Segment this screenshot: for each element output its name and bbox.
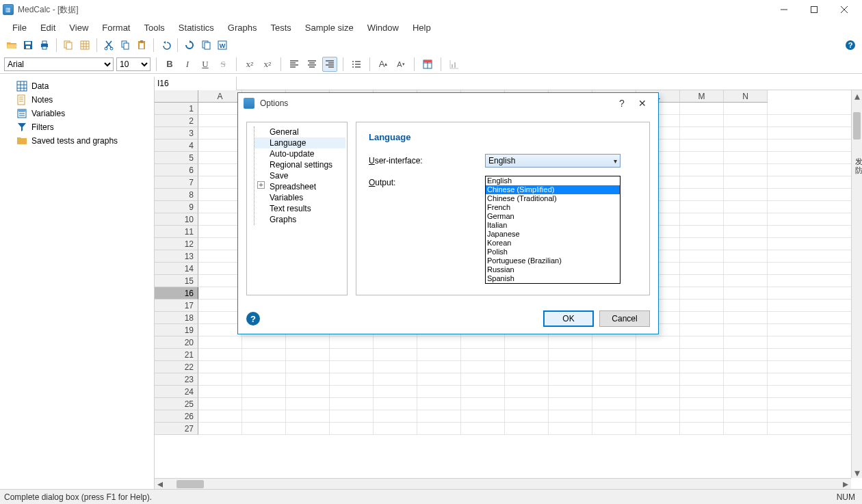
cell[interactable] <box>592 386 636 397</box>
cell[interactable] <box>549 386 592 397</box>
paste-icon[interactable] <box>134 38 149 53</box>
row-header[interactable]: 14 <box>155 263 198 275</box>
language-option[interactable]: Polish <box>486 248 620 256</box>
tree-item-filters[interactable]: Filters <box>1 120 153 134</box>
cell[interactable] <box>286 349 330 360</box>
cell[interactable] <box>198 312 242 323</box>
cell[interactable] <box>461 423 505 434</box>
cell[interactable] <box>680 423 724 434</box>
row-header[interactable]: 7 <box>155 176 198 189</box>
row-header[interactable]: 15 <box>155 275 198 287</box>
cell[interactable] <box>286 423 330 434</box>
options-node-auto-update[interactable]: Auto-update <box>254 148 345 159</box>
cell[interactable] <box>374 398 417 410</box>
menu-file[interactable]: File <box>5 21 34 34</box>
scroll-up-icon[interactable]: ▴ <box>852 90 862 101</box>
menu-window[interactable]: Window <box>361 21 406 34</box>
cell[interactable] <box>680 115 724 127</box>
options-node-regional-settings[interactable]: Regional settings <box>254 159 345 170</box>
row-header[interactable]: 2 <box>155 115 198 127</box>
cell[interactable] <box>636 361 680 373</box>
cell[interactable] <box>286 373 330 385</box>
cell[interactable] <box>724 423 768 434</box>
menu-statistics[interactable]: Statistics <box>172 21 221 34</box>
cell[interactable] <box>724 312 768 323</box>
cell[interactable] <box>286 410 330 422</box>
cell[interactable] <box>505 361 549 373</box>
dialog-close-button[interactable]: ✕ <box>632 95 653 111</box>
cell[interactable] <box>549 410 592 422</box>
cell[interactable] <box>549 349 592 360</box>
scroll-right-icon[interactable]: ▸ <box>840 479 851 490</box>
row-header[interactable]: 21 <box>155 349 198 361</box>
tree-item-data[interactable]: Data <box>1 79 153 93</box>
tree-item-variables[interactable]: Variables <box>1 107 153 120</box>
cell[interactable] <box>724 336 768 348</box>
language-dropdown-list[interactable]: EnglishChinese (Simplified)Chinese (Trad… <box>485 176 621 284</box>
row-header[interactable]: 4 <box>155 140 198 152</box>
options-node-spreadsheet[interactable]: Spreadsheet <box>254 181 345 192</box>
cell[interactable] <box>680 263 724 274</box>
row-header[interactable]: 17 <box>155 300 198 312</box>
close-button[interactable] <box>829 0 859 19</box>
cell[interactable] <box>724 140 768 151</box>
cell[interactable] <box>461 361 505 373</box>
user-interface-combobox[interactable]: English <box>485 154 621 168</box>
cell[interactable] <box>198 398 242 410</box>
ok-button[interactable]: OK <box>543 310 594 327</box>
cell[interactable] <box>198 300 242 311</box>
row-header[interactable]: 9 <box>155 201 198 213</box>
cell[interactable] <box>592 373 636 385</box>
tree-item-notes[interactable]: Notes <box>1 93 153 107</box>
cell[interactable] <box>636 336 680 348</box>
language-option[interactable]: Chinese (Simplified) <box>486 185 620 194</box>
cell[interactable] <box>286 398 330 410</box>
cell[interactable] <box>592 361 636 373</box>
doc-copy-icon[interactable] <box>198 38 213 53</box>
cell[interactable] <box>198 250 242 262</box>
options-node-general[interactable]: General <box>254 127 345 137</box>
cell[interactable] <box>724 250 768 262</box>
menu-graphs[interactable]: Graphs <box>221 21 264 34</box>
cell[interactable] <box>198 349 242 360</box>
row-header[interactable]: 11 <box>155 226 198 238</box>
print-icon[interactable] <box>37 38 52 53</box>
row-header[interactable]: 1 <box>155 103 198 115</box>
cell[interactable] <box>724 263 768 274</box>
grid-icon[interactable] <box>77 38 92 53</box>
cell[interactable] <box>680 300 724 311</box>
cell[interactable] <box>636 373 680 385</box>
menu-view[interactable]: View <box>62 21 95 34</box>
strikethrough-button[interactable]: S <box>216 57 231 72</box>
cell[interactable] <box>724 398 768 410</box>
font-size-select[interactable]: 10 <box>116 57 151 71</box>
dialog-titlebar[interactable]: Options ? ✕ <box>238 93 658 114</box>
cell[interactable] <box>198 423 242 434</box>
cell[interactable] <box>592 336 636 348</box>
cell[interactable] <box>724 287 768 299</box>
menu-sample-size[interactable]: Sample size <box>298 21 361 34</box>
cell[interactable] <box>374 349 417 360</box>
row-header[interactable]: 26 <box>155 410 198 423</box>
cell[interactable] <box>330 410 374 422</box>
row-header[interactable]: 18 <box>155 312 198 324</box>
cell[interactable] <box>724 103 768 114</box>
cell[interactable] <box>680 213 724 225</box>
cell[interactable] <box>724 226 768 237</box>
row-header[interactable]: 5 <box>155 152 198 164</box>
italic-button[interactable]: I <box>180 57 195 72</box>
options-node-save[interactable]: Save <box>254 170 345 181</box>
menu-edit[interactable]: Edit <box>34 21 62 34</box>
cell[interactable] <box>680 140 724 151</box>
cell[interactable] <box>330 373 374 385</box>
cell[interactable] <box>724 324 768 336</box>
cell[interactable] <box>417 373 461 385</box>
cell[interactable] <box>636 423 680 434</box>
underline-button[interactable]: U <box>198 57 213 72</box>
cell[interactable] <box>505 349 549 360</box>
cell[interactable] <box>680 373 724 385</box>
increase-font-button[interactable]: A▴ <box>376 57 391 72</box>
cell[interactable] <box>549 398 592 410</box>
cell[interactable] <box>198 324 242 336</box>
cell[interactable] <box>417 386 461 397</box>
